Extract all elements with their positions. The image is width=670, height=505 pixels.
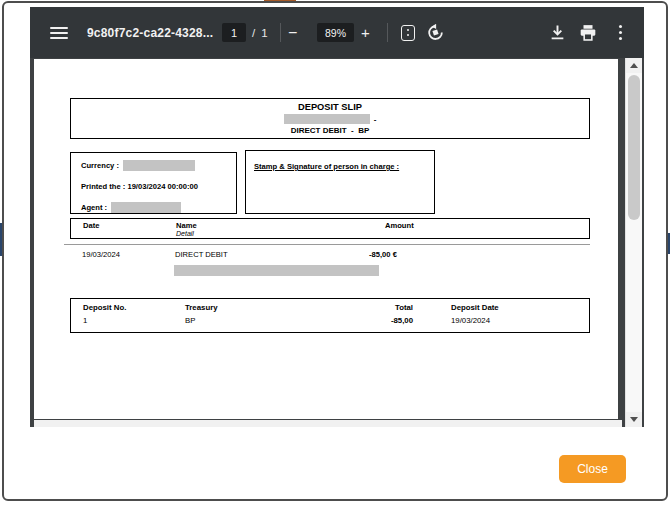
deposit-summary-table: Deposit No. Treasury Total Deposit Date …	[70, 298, 590, 333]
vertical-scrollbar[interactable]	[625, 58, 642, 427]
kebab-icon	[619, 25, 622, 40]
printed-label: Printed the : 19/03/2024 00:00:00	[81, 182, 198, 191]
horizontal-scrollbar[interactable]	[34, 420, 622, 427]
info-box: Currency : Printed the : 19/03/2024 00:0…	[70, 152, 237, 214]
redaction-bar	[123, 160, 195, 171]
deposit-slip-header-box: DEPOSIT SLIP - DIRECT DEBIT - BP	[70, 98, 590, 139]
doc-title: DEPOSIT SLIP	[298, 102, 362, 112]
pdf-page: DEPOSIT SLIP - DIRECT DEBIT - BP Currenc…	[34, 59, 618, 419]
doc-header-dash: -	[374, 115, 377, 124]
fit-to-page-button[interactable]	[401, 7, 415, 58]
page-total: 1	[261, 27, 267, 39]
row-treasury: BP	[185, 316, 195, 325]
table-row: 19/03/2024 DIRECT DEBIT -85,00 €	[34, 250, 618, 260]
col-name: Name	[176, 221, 197, 230]
redaction-bar	[174, 265, 379, 276]
pdf-viewer: 9c80f7c2-ca22-4328... 1 / 1 − 89% +	[30, 7, 644, 427]
row-total: -85,00	[373, 316, 413, 325]
zoom-in-button[interactable]: +	[361, 7, 370, 58]
scrollbar-thumb[interactable]	[628, 75, 640, 220]
table-separator-line	[64, 244, 590, 245]
print-icon	[579, 24, 597, 42]
redaction-bar	[111, 202, 181, 213]
currency-label: Currency :	[81, 161, 119, 170]
pdf-content-area: DEPOSIT SLIP - DIRECT DEBIT - BP Currenc…	[30, 58, 644, 427]
col-detail: Detail	[176, 230, 194, 237]
scroll-down-arrow[interactable]	[626, 412, 642, 427]
row-deposit-date: 19/03/2024	[451, 316, 490, 325]
col-deposit-date: Deposit Date	[451, 303, 499, 312]
doc-subtitle: DIRECT DEBIT - BP	[291, 126, 370, 135]
col-total: Total	[373, 303, 413, 312]
page-number-value: 1	[231, 27, 237, 39]
col-date: Date	[83, 221, 99, 230]
zoom-level-value: 89%	[325, 27, 346, 39]
print-button[interactable]	[579, 7, 597, 58]
stamp-label: Stamp & Signature of person in charge :	[254, 162, 399, 171]
close-button[interactable]: Close	[559, 455, 626, 483]
zoom-level-field[interactable]: 89%	[317, 23, 354, 42]
menu-icon[interactable]	[48, 7, 70, 58]
toolbar-separator	[387, 23, 388, 42]
scroll-up-arrow[interactable]	[626, 58, 642, 73]
agent-label: Agent :	[81, 203, 107, 212]
redaction-bar	[284, 114, 370, 124]
agent-line: Agent :	[81, 202, 236, 213]
rotate-ccw-icon	[426, 23, 445, 42]
toolbar-separator	[280, 23, 281, 42]
download-icon	[549, 24, 566, 41]
row-deposit-no: 1	[83, 316, 87, 325]
page-count: / 1	[252, 7, 268, 58]
stamp-signature-box: Stamp & Signature of person in charge :	[245, 150, 435, 214]
pdf-filename: 9c80f7c2-ca22-4328...	[87, 7, 213, 58]
col-deposit-no: Deposit No.	[83, 303, 126, 312]
fit-to-page-icon	[401, 25, 415, 41]
row-name: DIRECT DEBIT	[175, 250, 228, 259]
doc-header-redacted-line: -	[284, 114, 377, 124]
rotate-button[interactable]	[426, 7, 445, 58]
more-options-button[interactable]	[613, 7, 627, 58]
download-button[interactable]	[549, 7, 566, 58]
row-amount: -85,00 €	[369, 250, 397, 259]
currency-line: Currency :	[81, 160, 236, 171]
pdf-toolbar: 9c80f7c2-ca22-4328... 1 / 1 − 89% +	[30, 7, 644, 58]
col-amount: Amount	[385, 221, 414, 230]
page-number-input[interactable]: 1	[222, 23, 246, 42]
pdf-preview-modal: 9c80f7c2-ca22-4328... 1 / 1 − 89% +	[2, 1, 668, 501]
col-treasury: Treasury	[185, 303, 218, 312]
printed-line: Printed the : 19/03/2024 00:00:00	[81, 181, 236, 192]
page-divider: /	[252, 27, 255, 39]
zoom-out-button[interactable]: −	[288, 7, 297, 58]
transactions-table-header: Date Name Detail Amount	[70, 218, 590, 239]
row-date: 19/03/2024	[82, 250, 120, 259]
